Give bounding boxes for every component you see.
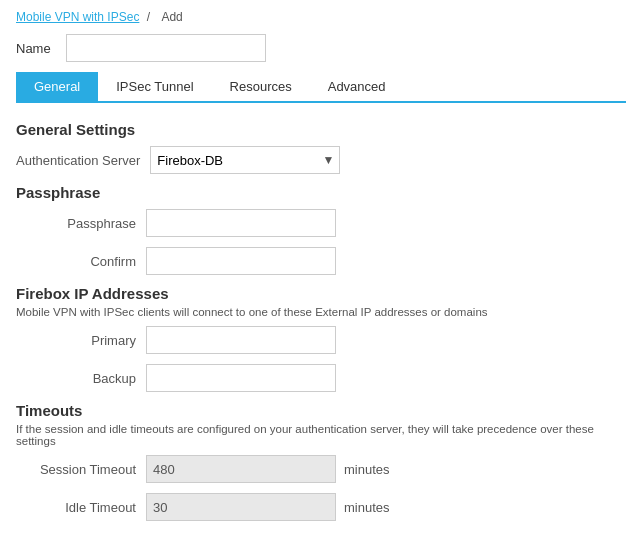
tabs-container: General IPSec Tunnel Resources Advanced [16, 72, 626, 103]
session-timeout-unit: minutes [344, 462, 390, 477]
tab-resources[interactable]: Resources [212, 72, 310, 101]
session-timeout-input[interactable] [146, 455, 336, 483]
confirm-input[interactable] [146, 247, 336, 275]
primary-row: Primary [16, 326, 626, 354]
name-label: Name [16, 41, 56, 56]
firebox-ip-title: Firebox IP Addresses [16, 285, 626, 302]
passphrase-input[interactable] [146, 209, 336, 237]
general-settings-title: General Settings [16, 121, 626, 138]
passphrase-label: Passphrase [16, 216, 146, 231]
idle-timeout-row: Idle Timeout minutes [16, 493, 626, 521]
auth-server-select-wrapper: Firebox-DB Active Directory LDAP RADIUS … [150, 146, 340, 174]
idle-timeout-input[interactable] [146, 493, 336, 521]
breadcrumb-separator: / [147, 10, 150, 24]
tab-general[interactable]: General [16, 72, 98, 101]
backup-input[interactable] [146, 364, 336, 392]
timeouts-title: Timeouts [16, 402, 626, 419]
breadcrumb-current: Add [161, 10, 182, 24]
idle-timeout-unit: minutes [344, 500, 390, 515]
tab-ipsec[interactable]: IPSec Tunnel [98, 72, 211, 101]
auth-server-label: Authentication Server [16, 153, 150, 168]
session-timeout-row: Session Timeout minutes [16, 455, 626, 483]
passphrase-title: Passphrase [16, 184, 626, 201]
breadcrumb-link[interactable]: Mobile VPN with IPSec [16, 10, 139, 24]
firebox-ip-description: Mobile VPN with IPSec clients will conne… [16, 306, 626, 318]
timeouts-description: If the session and idle timeouts are con… [16, 423, 626, 447]
name-row: Name [0, 30, 642, 72]
idle-timeout-label: Idle Timeout [16, 500, 146, 515]
passphrase-row: Passphrase [16, 209, 626, 237]
name-input[interactable] [66, 34, 266, 62]
auth-server-row: Authentication Server Firebox-DB Active … [16, 146, 626, 174]
auth-server-select[interactable]: Firebox-DB Active Directory LDAP RADIUS [150, 146, 340, 174]
backup-label: Backup [16, 371, 146, 386]
primary-input[interactable] [146, 326, 336, 354]
confirm-label: Confirm [16, 254, 146, 269]
tab-advanced[interactable]: Advanced [310, 72, 404, 101]
breadcrumb: Mobile VPN with IPSec / Add [0, 0, 642, 30]
session-timeout-label: Session Timeout [16, 462, 146, 477]
primary-label: Primary [16, 333, 146, 348]
confirm-row: Confirm [16, 247, 626, 275]
content-area: General Settings Authentication Server F… [0, 103, 642, 541]
backup-row: Backup [16, 364, 626, 392]
